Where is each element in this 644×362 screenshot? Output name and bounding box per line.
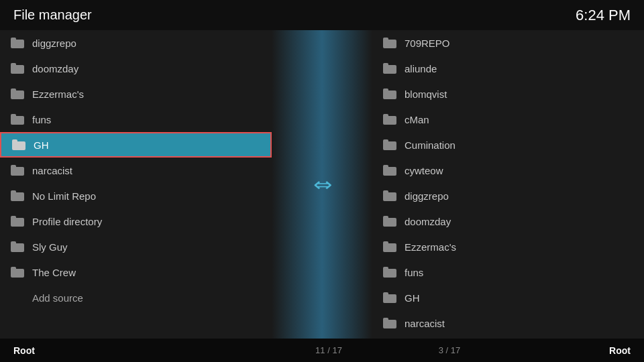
left-list-item[interactable]: No Limit Repo <box>0 183 272 208</box>
folder-icon <box>383 190 396 201</box>
folder-icon <box>383 318 396 328</box>
right-list-item[interactable]: GH <box>372 285 644 310</box>
file-name-label: blomqvist <box>405 88 447 100</box>
file-name-label: doomzday <box>405 216 451 227</box>
folder-icon <box>383 292 396 303</box>
right-list-item[interactable]: Cumination <box>372 132 644 158</box>
folder-icon <box>11 216 24 227</box>
left-list-item[interactable]: Add source <box>0 285 272 310</box>
file-name-label: Ezzermac's <box>32 88 84 100</box>
header: File manager 6:24 PM <box>0 0 644 30</box>
file-name-label: Cumination <box>405 139 455 151</box>
left-list-item[interactable]: narcacist <box>0 158 272 183</box>
file-name-label: diggzrepo <box>405 190 449 202</box>
file-name-label: The Crew <box>32 267 76 278</box>
folder-icon <box>383 267 396 278</box>
left-list-item[interactable]: diggzrepo <box>0 30 272 56</box>
right-list-item[interactable]: Ezzermac's <box>372 234 644 259</box>
footer-right-label: Root <box>510 345 631 356</box>
right-list-item[interactable]: cMan <box>372 107 644 132</box>
file-name-label: Sly Guy <box>32 241 68 253</box>
left-list-item[interactable]: Profile directory <box>0 208 272 234</box>
right-list-item[interactable]: 709REPO <box>372 30 644 56</box>
right-list-item[interactable]: aliunde <box>372 56 644 81</box>
folder-icon <box>12 139 25 150</box>
folder-icon <box>383 216 396 227</box>
right-list-item[interactable]: blomqvist <box>372 81 644 107</box>
file-name-label: 709REPO <box>405 38 450 49</box>
folder-icon <box>11 267 24 278</box>
folder-icon <box>11 114 24 125</box>
file-name-label: funs <box>405 267 423 278</box>
footer: Root 11 / 17 3 / 17 Root <box>0 339 644 362</box>
file-name-label: narcacist <box>405 318 445 329</box>
right-list-item[interactable]: funs <box>372 259 644 285</box>
file-name-label: Add source <box>32 292 83 304</box>
file-name-label: GH <box>405 292 420 304</box>
left-list-item[interactable]: Ezzermac's <box>0 81 272 107</box>
file-name-label: No Limit Repo <box>32 190 96 202</box>
left-list-item[interactable]: doomzday <box>0 56 272 81</box>
center-divider: ⇔ <box>272 30 372 339</box>
right-pagination: 3 / 17 <box>389 345 510 355</box>
file-name-label: GH <box>34 139 49 151</box>
right-list-item[interactable]: narcacist <box>372 310 644 336</box>
file-name-label: narcacist <box>32 165 72 176</box>
left-pagination: 11 / 17 <box>268 345 389 355</box>
file-name-label: aliunde <box>405 63 437 74</box>
file-name-label: cywteow <box>405 165 443 176</box>
left-list-item[interactable]: GH <box>0 132 272 158</box>
main-container: diggzrepodoomzdayEzzermac'sfunsGHnarcaci… <box>0 30 644 339</box>
left-panel: diggzrepodoomzdayEzzermac'sfunsGHnarcaci… <box>0 30 272 339</box>
footer-left-label: Root <box>13 345 134 356</box>
left-list-item[interactable]: Sly Guy <box>0 234 272 259</box>
folder-icon <box>383 241 396 252</box>
folder-icon <box>383 114 396 125</box>
left-list-item[interactable]: The Crew <box>0 259 272 285</box>
folder-icon <box>11 165 24 176</box>
file-name-label: cMan <box>405 114 429 125</box>
file-name-label: doomzday <box>32 63 78 74</box>
file-name-label: diggzrepo <box>32 38 76 49</box>
folder-icon <box>11 63 24 74</box>
clock: 6:24 PM <box>576 7 631 24</box>
right-list-item[interactable]: diggzrepo <box>372 183 644 208</box>
folder-icon <box>11 241 24 252</box>
swap-icon: ⇔ <box>313 174 331 196</box>
right-panel: 709REPOaliundeblomqvistcManCuminationcyw… <box>372 30 644 339</box>
folder-icon <box>383 63 396 74</box>
folder-icon <box>11 38 24 48</box>
folder-icon <box>11 190 24 201</box>
file-name-label: funs <box>32 114 51 125</box>
folder-icon <box>383 165 396 176</box>
file-name-label: Profile directory <box>32 216 102 227</box>
file-name-label: Ezzermac's <box>405 241 456 253</box>
page-title: File manager <box>13 7 92 23</box>
folder-icon <box>383 38 396 48</box>
right-list-item[interactable]: cywteow <box>372 158 644 183</box>
folder-icon <box>11 88 24 99</box>
left-list-item[interactable]: funs <box>0 107 272 132</box>
right-list-item[interactable]: doomzday <box>372 208 644 234</box>
folder-icon <box>383 88 396 99</box>
folder-icon <box>383 139 396 150</box>
